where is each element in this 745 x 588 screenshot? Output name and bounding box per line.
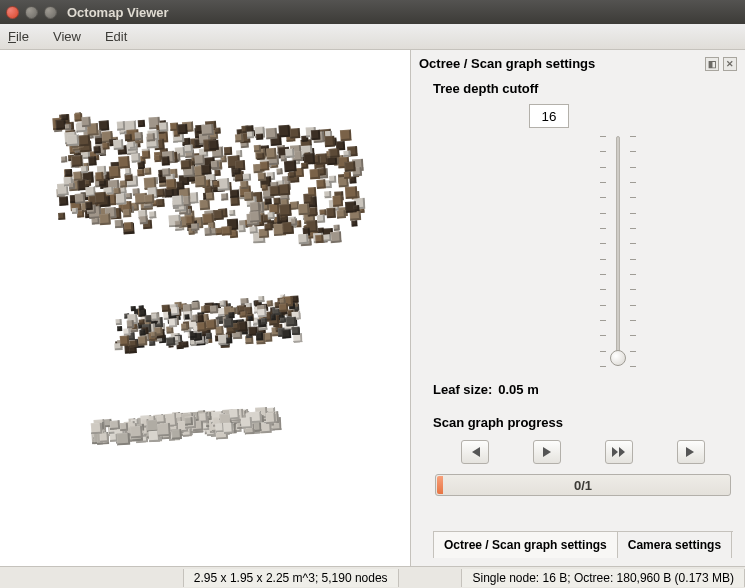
tab-camera-settings[interactable]: Camera settings bbox=[617, 531, 732, 558]
scan-last-button[interactable] bbox=[677, 440, 705, 464]
scan-play-button[interactable] bbox=[533, 440, 561, 464]
scan-first-button[interactable] bbox=[461, 440, 489, 464]
depth-slider[interactable] bbox=[598, 136, 638, 366]
status-memory: Single node: 16 B; Octree: 180,960 B (0.… bbox=[461, 569, 745, 587]
settings-panel: Octree / Scan graph settings ◧ ✕ Tree de… bbox=[410, 50, 745, 566]
panel-header: Octree / Scan graph settings ◧ ✕ bbox=[411, 50, 745, 81]
depth-cutoff-label: Tree depth cutoff bbox=[433, 81, 733, 96]
tab-octree-settings[interactable]: Octree / Scan graph settings bbox=[433, 531, 618, 558]
skip-start-icon bbox=[469, 447, 481, 457]
main-area: Octree / Scan graph settings ◧ ✕ Tree de… bbox=[0, 50, 745, 566]
menu-bar: File View Edit bbox=[0, 24, 745, 50]
menu-edit[interactable]: Edit bbox=[105, 29, 127, 44]
viewport-3d[interactable] bbox=[0, 50, 410, 566]
fast-forward-icon bbox=[612, 447, 626, 457]
slider-thumb-icon[interactable] bbox=[610, 350, 626, 366]
play-icon bbox=[542, 447, 552, 457]
scan-progress-label: Scan graph progress bbox=[433, 415, 733, 430]
minimize-icon[interactable] bbox=[25, 6, 38, 19]
status-bar: 2.95 x 1.95 x 2.25 m^3; 5,190 nodes Sing… bbox=[0, 566, 745, 588]
scan-progress-bar[interactable]: 0/1 bbox=[435, 474, 731, 496]
window-title: Octomap Viewer bbox=[67, 5, 169, 20]
menu-view[interactable]: View bbox=[53, 29, 81, 44]
status-dimensions: 2.95 x 1.95 x 2.25 m^3; 5,190 nodes bbox=[183, 569, 399, 587]
leaf-size-label: Leaf size: bbox=[433, 382, 492, 397]
detach-icon[interactable]: ◧ bbox=[705, 57, 719, 71]
voxel-cloud bbox=[7, 78, 403, 483]
close-icon[interactable] bbox=[6, 6, 19, 19]
depth-cutoff-input[interactable] bbox=[529, 104, 569, 128]
title-bar: Octomap Viewer bbox=[0, 0, 745, 24]
scan-fast-button[interactable] bbox=[605, 440, 633, 464]
skip-end-icon bbox=[685, 447, 697, 457]
panel-tabs: Octree / Scan graph settings Camera sett… bbox=[433, 531, 733, 558]
close-panel-icon[interactable]: ✕ bbox=[723, 57, 737, 71]
leaf-size-value: 0.05 m bbox=[498, 382, 538, 397]
menu-file[interactable]: File bbox=[8, 29, 29, 44]
scan-progress-text: 0/1 bbox=[574, 478, 592, 493]
panel-title: Octree / Scan graph settings bbox=[419, 56, 595, 71]
maximize-icon[interactable] bbox=[44, 6, 57, 19]
